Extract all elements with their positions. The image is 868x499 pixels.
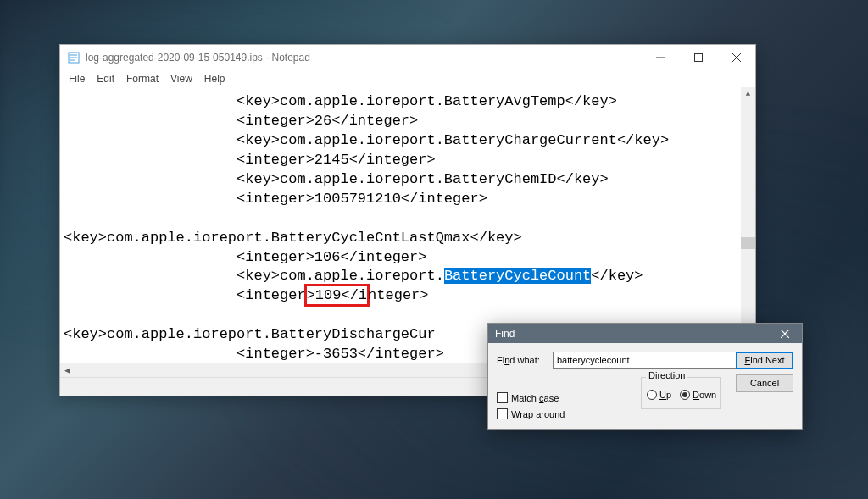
- text-line: <key>com.apple.ioreport.BatteryCycleCntL…: [64, 230, 522, 246]
- menubar: File Edit Format View Help: [60, 70, 755, 87]
- text-line: <key>com.apple.ioreport.BatteryAvgTemp</…: [64, 93, 617, 109]
- find-titlebar[interactable]: Find: [488, 324, 802, 343]
- cancel-button[interactable]: Cancel: [736, 374, 793, 392]
- text-line: <integer>-3653</integer>: [64, 346, 444, 362]
- scroll-up-button[interactable]: ▲: [741, 87, 755, 102]
- match-case-label: Match case: [511, 393, 559, 403]
- notepad-icon: [67, 51, 81, 64]
- wrap-around-checkbox[interactable]: [497, 408, 508, 419]
- scroll-thumb[interactable]: [741, 237, 755, 249]
- text-line: <integer>1005791210</integer>: [64, 191, 487, 207]
- titlebar[interactable]: log-aggregated-2020-09-15-050149.ips - N…: [60, 45, 755, 70]
- text-area[interactable]: <key>com.apple.ioreport.BatteryAvgTemp</…: [60, 87, 755, 363]
- text-line-part: </key>: [591, 268, 643, 284]
- text-line: <integer>2145</integer>: [64, 152, 436, 168]
- find-next-button[interactable]: Find Next: [736, 352, 793, 369]
- direction-down-radio[interactable]: [680, 390, 690, 400]
- find-title: Find: [495, 328, 515, 340]
- direction-down-label: Down: [693, 390, 716, 400]
- annotation-highlight-box: >109</i: [304, 284, 370, 307]
- text-line: <key>com.apple.ioreport.BatteryChemID</k…: [64, 171, 609, 187]
- text-line: <integer>106</integer>: [64, 249, 426, 265]
- menu-edit[interactable]: Edit: [92, 71, 120, 86]
- maximize-button[interactable]: [679, 45, 717, 70]
- text-line: <key>com.apple.ioreport.BatteryChargeCur…: [64, 132, 669, 148]
- minimize-button[interactable]: [641, 45, 679, 70]
- text-line-part: <key>com.apple.ioreport.: [64, 268, 444, 284]
- direction-legend: Direction: [646, 370, 687, 380]
- vertical-scrollbar[interactable]: ▲ ▼: [741, 87, 755, 363]
- menu-view[interactable]: View: [165, 71, 198, 86]
- text-line: <key>com.apple.ioreport.BatteryDischarge…: [64, 326, 436, 342]
- wrap-around-label: Wrap around: [511, 409, 565, 419]
- menu-format[interactable]: Format: [121, 71, 164, 86]
- text-line: <integer>26</integer>: [64, 113, 418, 129]
- direction-group: Up Down: [641, 377, 721, 409]
- find-dialog: Find Find what: Find Next Cancel Match c…: [487, 323, 803, 430]
- find-close-button[interactable]: [768, 324, 802, 343]
- direction-up-radio[interactable]: [647, 390, 657, 400]
- direction-up-label: Up: [659, 390, 671, 400]
- svg-rect-5: [694, 54, 702, 62]
- selected-text: BatteryCycleCount: [444, 268, 591, 284]
- match-case-checkbox[interactable]: [497, 392, 508, 403]
- find-what-label: Find what:: [497, 355, 546, 365]
- menu-help[interactable]: Help: [199, 71, 231, 86]
- close-button[interactable]: [717, 45, 755, 70]
- text-line-part: <integer: [64, 287, 306, 303]
- scroll-left-button[interactable]: ◀: [60, 363, 75, 377]
- text-line-part: nteger>: [368, 287, 428, 303]
- menu-file[interactable]: File: [64, 71, 90, 86]
- window-title: log-aggregated-2020-09-15-050149.ips - N…: [86, 52, 310, 64]
